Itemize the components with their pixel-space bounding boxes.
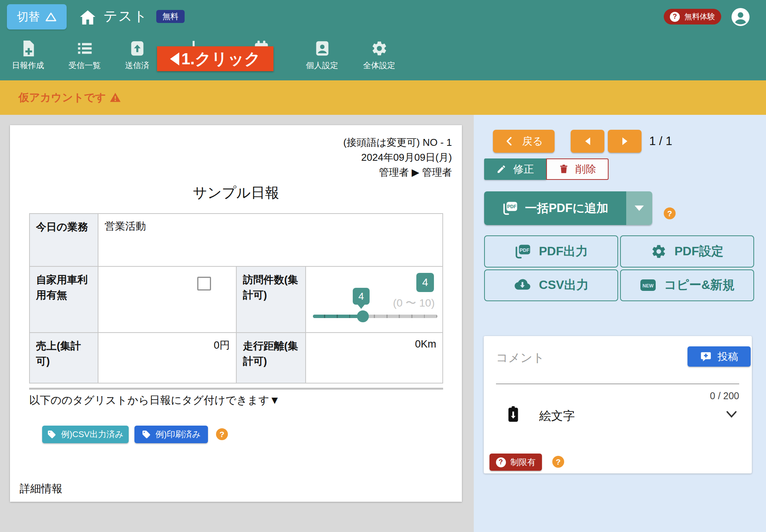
main-content-area: (接頭語は変更可) NO - 1 2024年09月09日(月) 管理者 ▶ 管理… (0, 115, 474, 532)
nav-item-create-report[interactable]: 日報作成 (3, 40, 53, 71)
switch-button-label: 切替 (17, 9, 40, 25)
free-plan-badge: 無料 (156, 10, 185, 23)
nav-item-sent[interactable]: 送信済 (112, 40, 162, 71)
tag-label: 例)CSV出力済み (61, 429, 123, 440)
restriction-label: 制限有 (511, 457, 536, 468)
temp-account-warning-bar: 仮アカウントです 本アカウント昇格 (0, 80, 766, 115)
emoji-section-label: 絵文字 (539, 408, 575, 424)
row-label-sales: 売上(集計可) (30, 333, 98, 383)
warning-text: 仮アカウントです (18, 80, 121, 115)
bulk-pdf-add-button[interactable]: PDF 一括PDFに追加 (484, 191, 626, 225)
svg-text:PDF: PDF (520, 247, 530, 253)
edit-button[interactable]: 修正 (484, 158, 546, 180)
gear-icon (371, 40, 388, 57)
report-number: (接頭語は変更可) NO - 1 (343, 135, 452, 150)
triangle-up-icon (45, 12, 57, 22)
csv-export-button[interactable]: CSV出力 (484, 269, 618, 302)
slider-value-badge: 4 (416, 273, 434, 292)
pdf-settings-label: PDF設定 (674, 243, 723, 260)
nav-item-global-settings[interactable]: 全体設定 (354, 40, 404, 71)
nav-item-inbox-list[interactable]: 受信一覧 (60, 40, 110, 71)
todays-work-value: 営業活動 (98, 214, 442, 266)
action-button-grid: PDF PDF出力 PDF設定 CSV出力 NEW (484, 235, 754, 301)
tag-icon (142, 430, 151, 439)
question-icon (670, 12, 680, 22)
comment-input-underline (496, 383, 739, 384)
tutorial-step1-banner: 1.クリック (157, 46, 273, 71)
document-plus-icon (20, 40, 37, 57)
report-card: (接頭語は変更可) NO - 1 2024年09月09日(月) 管理者 ▶ 管理… (10, 125, 462, 502)
slider-range-label: (0 〜 10) (393, 296, 435, 310)
row-label-todays-work: 今日の業務 (30, 214, 98, 266)
nav-item-personal-settings[interactable]: 個人設定 (297, 40, 347, 71)
app-window: 切替 テスト 無料 無料体験 (0, 0, 766, 532)
next-report-button[interactable] (608, 130, 642, 153)
caret-down-icon (635, 206, 644, 211)
visit-count-slider[interactable] (313, 315, 437, 318)
back-button[interactable]: 戻る (493, 130, 555, 153)
restriction-help-icon[interactable] (552, 456, 564, 468)
report-meta: (接頭語は変更可) NO - 1 2024年09月09日(月) 管理者 ▶ 管理… (343, 135, 452, 180)
pdf-settings-button[interactable]: PDF設定 (620, 235, 754, 268)
send-box-icon (129, 40, 146, 57)
edit-button-label: 修正 (513, 162, 534, 176)
comment-plus-icon (700, 351, 712, 362)
row-label-distance: 走行距離(集計可) (237, 333, 305, 383)
triangle-left-icon (585, 137, 590, 145)
row-label-private-car: 自家用車利用有無 (30, 267, 98, 332)
bulk-pdf-label: 一括PDFに追加 (525, 200, 609, 216)
tag-csv-exported[interactable]: 例)CSV出力済み (42, 426, 129, 443)
visit-count-cell: 4 (0 〜 10) 4 (306, 267, 442, 332)
restriction-button[interactable]: 制限有 (489, 454, 542, 471)
comment-input[interactable]: コメント (496, 350, 545, 366)
user-avatar[interactable] (732, 8, 750, 26)
slider-tooltip: 4 (353, 288, 370, 305)
copy-new-button[interactable]: NEW コピー&新規 (620, 269, 754, 302)
pdf-export-label: PDF出力 (539, 243, 588, 260)
post-comment-button[interactable]: 投稿 (687, 346, 751, 367)
tag-hint-text: 以下ののタグリストから日報にタグ付けできます▼ (29, 393, 280, 408)
nav-label: 受信一覧 (69, 60, 101, 71)
trial-button-label: 無料体験 (684, 11, 715, 22)
bulk-pdf-help-icon[interactable] (664, 207, 676, 219)
tag-printed[interactable]: 例)印刷済み (134, 426, 208, 443)
table-bottom-divider (29, 388, 443, 390)
free-trial-button[interactable]: 無料体験 (664, 9, 721, 24)
private-car-checkbox[interactable] (197, 277, 211, 290)
svg-text:PDF: PDF (507, 204, 516, 209)
gear-icon (651, 243, 667, 259)
trash-icon (559, 164, 569, 174)
delete-button-label: 削除 (576, 162, 596, 176)
private-car-cell (98, 267, 236, 332)
slider-handle[interactable] (357, 310, 369, 322)
report-table: 今日の業務 営業活動 自家用車利用有無 訪問件数(集計可) 4 (0 〜 10)… (29, 213, 443, 383)
triangle-right-icon (622, 137, 627, 145)
nav-label: 送信済 (125, 60, 149, 71)
tag-help-icon[interactable] (216, 428, 228, 440)
nav-label: 日報作成 (12, 60, 44, 71)
home-icon[interactable] (79, 8, 97, 27)
cloud-download-icon (514, 277, 531, 293)
bulk-pdf-dropdown-button[interactable] (626, 191, 652, 225)
pencil-icon (496, 164, 506, 174)
delete-button[interactable]: 削除 (546, 158, 609, 180)
tag-icon (47, 430, 56, 439)
details-section-label: 詳細情報 (20, 481, 62, 496)
warning-icon (109, 92, 121, 103)
svg-text:NEW: NEW (642, 284, 653, 289)
step1-label: 1.クリック (182, 48, 261, 70)
pdf-export-button[interactable]: PDF PDF出力 (484, 235, 618, 268)
nav-label: 個人設定 (306, 60, 338, 71)
nav-label: 全体設定 (363, 60, 395, 71)
switch-account-button[interactable]: 切替 (7, 4, 67, 29)
report-author-route: 管理者 ▶ 管理者 (343, 165, 452, 180)
row-label-visit-count: 訪問件数(集計可) (237, 267, 305, 332)
chevron-down-icon[interactable] (725, 410, 738, 419)
chevron-left-icon (504, 136, 514, 147)
list-icon (76, 40, 93, 57)
comment-card: コメント 投稿 0 / 200 絵文字 (484, 336, 752, 473)
distance-value: 0Km (306, 333, 442, 383)
header-bar: 切替 テスト 無料 無料体験 (0, 0, 766, 80)
prev-report-button[interactable] (571, 130, 604, 153)
arrow-left-icon (170, 52, 179, 65)
